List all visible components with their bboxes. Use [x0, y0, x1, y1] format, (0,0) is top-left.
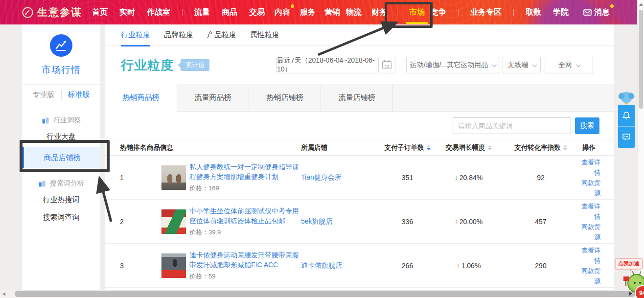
scope-dropdown-value: 全网 — [558, 61, 572, 69]
sort-icons[interactable] — [488, 145, 492, 150]
horizontal-scroll-thumb[interactable] — [15, 291, 635, 297]
tab-hot-shop-rank[interactable]: 热销店铺榜 — [249, 84, 321, 111]
sidebar-item-product-shop-rank[interactable]: 商品店铺榜 — [22, 147, 100, 168]
building-icon — [38, 180, 46, 187]
sidebar-module-header: 市场行情 — [22, 24, 100, 85]
sidebar-item-search-word-query[interactable]: 搜索词查询 — [22, 208, 100, 226]
product-thumbnail[interactable] — [161, 209, 186, 234]
product-thumbnail[interactable] — [161, 165, 186, 190]
search-row: 搜索 — [105, 112, 614, 140]
nav-item-academy[interactable]: 学院 — [553, 0, 569, 24]
table-row: 3 迪卡侬健身运动束腰发汗带腰带束腹带发汗减肥塑形减脂FIC ACC 价格：59… — [105, 244, 614, 288]
same-supply-link[interactable]: 同款货源 — [577, 222, 600, 242]
tab-brand-granularity[interactable]: 品牌粒度 — [164, 24, 193, 46]
tab-attribute-granularity[interactable]: 属性粒度 — [250, 24, 279, 46]
growth-percent: 1.06% — [461, 262, 481, 270]
notifications-button[interactable] — [618, 105, 635, 126]
col-growth[interactable]: 交易增长幅度 — [433, 143, 504, 152]
terminal-dropdown[interactable]: 无线端 — [503, 57, 541, 73]
tab-hot-product-rank[interactable]: 热销商品榜 — [105, 84, 177, 112]
title-row: 行业粒度 累计值 最近7天（2018-06-04~2018-06-10） 15 … — [105, 46, 614, 84]
nav-item-service[interactable]: 服务 — [300, 0, 316, 24]
rank-value: 2 — [120, 218, 147, 226]
tab-traffic-product-rank[interactable]: 流量商品榜 — [177, 84, 249, 111]
view-detail-link[interactable]: 查看详情 — [577, 245, 600, 266]
nav-item-realtime[interactable]: 实时 — [119, 0, 135, 24]
nav-item-product[interactable]: 商品 — [222, 0, 237, 24]
nav-item-home[interactable]: 首页 — [92, 0, 108, 24]
nav-item-messages[interactable]: 消息 — [583, 0, 610, 24]
search-input[interactable] — [453, 117, 571, 134]
speedup-bubble[interactable]: 点我加速 — [615, 258, 643, 270]
view-detail-link[interactable]: 查看详情 — [577, 201, 600, 222]
col-conversion-index[interactable]: 支付转化率指数 — [504, 143, 577, 152]
nav-item-logistics[interactable]: 物流 — [346, 0, 362, 24]
table-row: 1 私人健身教练一对一定制健身指导课程健身方案增肌增重健身计划 价格：169 T… — [105, 156, 614, 200]
col-paid-suborders[interactable]: 支付子订单数 — [382, 143, 433, 152]
building-icon — [42, 116, 49, 124]
vertical-scrollbar[interactable] — [637, 0, 644, 290]
shop-link[interactable]: 迪卡侬旗舰店 — [301, 261, 342, 269]
tab-industry-granularity[interactable]: 行业粒度 — [121, 24, 150, 46]
nav-item-compete[interactable]: 竞争 — [431, 0, 446, 24]
floating-toolbar — [618, 91, 635, 148]
trend-up-icon: ↑ — [455, 218, 458, 226]
nav-item-warroom[interactable]: 作战室 — [147, 0, 170, 24]
sort-icons[interactable] — [427, 145, 431, 150]
vertical-scroll-thumb[interactable] — [639, 10, 643, 109]
nav-item-traffic[interactable]: 流量 — [194, 0, 210, 24]
same-supply-link[interactable]: 同款货源 — [577, 178, 600, 198]
sidebar-item-hot-search-words[interactable]: 行业热搜词 — [22, 191, 100, 208]
growth-value: ↓ 20.84% — [433, 174, 504, 182]
category-dropdown[interactable]: 运动/瑜伽/...其它运动用品 — [406, 57, 499, 73]
sidebar-group-industry-insight: 行业洞察 — [22, 113, 100, 128]
calendar-button[interactable]: 15 — [378, 57, 395, 73]
product-title-link[interactable]: 中小学生坐位体前屈测试仪中考专用座位体前驱训练器体检正品包邮 — [189, 206, 301, 226]
product-thumbnail[interactable] — [161, 253, 186, 278]
calendar-icon: 15 — [382, 61, 391, 69]
product-info: 迪卡侬健身运动束腰发汗带腰带束腹带发汗减肥塑形减脂FIC ACC 价格：59 — [147, 250, 301, 281]
scroll-up-arrow[interactable] — [639, 3, 643, 6]
nav-item-marketing[interactable]: 营销 — [324, 0, 340, 24]
sidebar-item-industry-overview[interactable]: 行业大盘 — [22, 128, 100, 145]
nav-item-business-zone[interactable]: 业务专区 — [470, 0, 502, 24]
nav-item-data-fetch[interactable]: 取数 — [526, 0, 541, 24]
scope-dropdown[interactable]: 全网 — [545, 57, 593, 73]
col-product-info: 商品信息 — [147, 143, 301, 152]
shop-link[interactable]: 5ek旗舰店 — [301, 217, 333, 225]
feedback-button[interactable] — [618, 126, 635, 148]
red-flag-icon — [623, 276, 629, 281]
product-title-link[interactable]: 私人健身教练一对一定制健身指导课程健身方案增肌增重健身计划 — [189, 162, 301, 182]
nav-item-content-label: 内容 — [275, 7, 290, 18]
sidebar-group-label: 搜索词分析 — [50, 179, 84, 188]
product-title-link[interactable]: 迪卡侬健身运动束腰发汗带腰带束腹带发汗减肥塑形减脂FIC ACC — [189, 250, 301, 270]
tab-standard-version[interactable]: 标准版 — [61, 90, 96, 99]
table-header: 热销排名 商品信息 所属店铺 支付子订单数 交易增长幅度 支付转化率指数 操作 — [105, 140, 614, 156]
collapse-arrow-icon[interactable] — [629, 292, 632, 296]
date-range-picker[interactable]: 最近7天（2018-06-04~2018-06-10） — [276, 57, 376, 73]
granularity-tabs: 行业粒度 品牌粒度 产品粒度 属性粒度 — [105, 24, 614, 46]
search-button[interactable]: 搜索 — [575, 117, 599, 134]
scroll-left-arrow[interactable] — [2, 292, 5, 296]
tab-product-granularity[interactable]: 产品粒度 — [207, 24, 236, 46]
trend-up-icon: ↑ — [457, 262, 460, 270]
conversion-value: 290 — [504, 262, 577, 270]
nav-item-trade[interactable]: 交易 — [249, 0, 265, 24]
filter-bar: 最近7天（2018-06-04~2018-06-10） 15 运动/瑜伽/...… — [276, 57, 593, 73]
same-supply-link[interactable]: 同款货源 — [577, 266, 600, 286]
nav-item-finance[interactable]: 财务 — [371, 0, 387, 24]
page-title: 行业粒度 — [121, 57, 174, 74]
nav-item-market[interactable]: 市场 — [409, 0, 425, 24]
shop-link[interactable]: Tian健身会所 — [301, 173, 342, 181]
market-trend-icon — [50, 34, 72, 57]
nav-item-content[interactable]: 内容 — [275, 0, 290, 24]
tab-traffic-shop-rank[interactable]: 流量店铺榜 — [321, 84, 393, 111]
elephant-mascot — [618, 91, 635, 105]
horizontal-scrollbar[interactable] — [0, 290, 637, 298]
col-label: 交易增长幅度 — [446, 143, 485, 152]
sort-icons[interactable] — [563, 145, 567, 150]
tab-pro-version[interactable]: 专业版 — [26, 90, 61, 99]
col-shop: 所属店铺 — [301, 143, 382, 152]
page: 生意参谋 首页 实时 作战室 流量 商品 交易 内容 服务 营销 物流 财务 市… — [0, 0, 644, 298]
view-detail-link[interactable]: 查看详情 — [577, 157, 600, 178]
